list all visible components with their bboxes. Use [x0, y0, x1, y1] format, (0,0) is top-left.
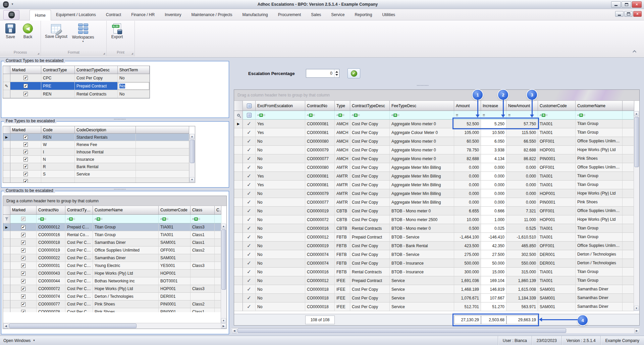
table-row[interactable]: ✓NoCO0000016FBTBRental ContractsBTOB - I…	[234, 268, 634, 276]
scroll-up-icon[interactable]: ▲	[190, 134, 195, 139]
scroll-left-icon[interactable]: ◀	[3, 324, 8, 329]
checkbox[interactable]: ✔	[21, 233, 25, 237]
checkbox[interactable]: ✔	[21, 248, 25, 253]
table-row[interactable]: ▶✓YesCO0000081AMCHCost Per CopyAggregate…	[234, 120, 634, 128]
text-filter-icon[interactable]: ABC	[577, 114, 585, 117]
column-header-contracttype[interactable]: ContractType	[41, 66, 75, 74]
text-filter-icon[interactable]: ABC	[192, 217, 200, 221]
checkbox[interactable]: ✔	[21, 287, 25, 291]
tab-contract[interactable]: Contract	[101, 9, 126, 20]
scrollbar-thumb[interactable]	[190, 140, 195, 163]
checkbox[interactable]: ✓	[247, 121, 251, 127]
text-filter-icon[interactable]: ABC	[160, 217, 168, 221]
text-filter-icon[interactable]: ABC	[307, 114, 315, 117]
scrollbar-thumb[interactable]	[221, 229, 226, 290]
checkbox-column-icon[interactable]	[247, 104, 252, 108]
table-row[interactable]: ✔CO0000043Cost Per CopyHope Works (Pty) …	[3, 270, 221, 277]
table-row[interactable]: ✔CO0000019Cost Per CopyOffice Supplies U…	[3, 247, 221, 254]
table-row[interactable]: ✓YesCO0000081AMTRCost Per CopyAggregate …	[234, 181, 634, 189]
checkbox[interactable]: ✔	[21, 225, 25, 229]
text-filter-icon[interactable]: ABC	[257, 114, 265, 117]
checkbox[interactable]: ✓	[247, 156, 251, 161]
table-row[interactable]: ✓NoCO0000019CBTBCost Per CopyBTOB - Mono…	[234, 207, 634, 215]
table-row[interactable]: ▶✔CO0000012Prepaid ContractTitan GroupTI…	[3, 223, 221, 231]
filter-cell[interactable]: ABC	[538, 111, 576, 120]
checkbox[interactable]: ✔	[23, 179, 28, 183]
table-row[interactable]: ✔CPCCost Per CopyNo	[3, 74, 150, 82]
checkbox[interactable]: ✔	[23, 172, 28, 176]
save-button[interactable]: Save	[3, 22, 18, 40]
checkbox[interactable]: ✓	[247, 243, 251, 249]
checkbox[interactable]: ✔	[21, 279, 25, 283]
vertical-scrollbar[interactable]: ▲▼	[634, 111, 639, 311]
scrollbar-thumb[interactable]	[9, 324, 137, 328]
column-header-cat[interactable]: Cat	[215, 206, 221, 215]
table-row[interactable]: ✔RENRental ContractsNo	[3, 90, 150, 98]
scroll-down-icon[interactable]: ▼	[190, 177, 195, 182]
table-row[interactable]: ✎✔PREPrepaid ContractNo	[3, 82, 150, 90]
table-row[interactable]: ✓NoCO0000079AMCHCost Per CopyAggregate M…	[234, 146, 634, 154]
column-header-exclfromescalation[interactable]: ExclFromEscalation	[256, 101, 305, 111]
text-filter-icon[interactable]: ABC	[67, 217, 75, 221]
equals-filter-icon[interactable]: =	[508, 113, 511, 118]
scrollbar-thumb[interactable]	[237, 328, 566, 333]
splitter-grip[interactable]	[114, 119, 125, 120]
text-filter-icon[interactable]: ABC	[95, 217, 103, 221]
filter-cell[interactable]: ABC	[65, 215, 93, 223]
checkbox[interactable]: ✔	[21, 240, 25, 245]
save-layout-button[interactable]: Save Layout	[44, 22, 69, 40]
filter-cell[interactable]: ABC	[93, 215, 159, 223]
splitter-grip[interactable]	[417, 85, 428, 86]
tab-reporting[interactable]: Reporting	[350, 9, 377, 20]
tab-utilities[interactable]: Utilities	[377, 9, 400, 20]
checkbox[interactable]: ✔	[23, 150, 28, 154]
table-row[interactable]: ✓NoCO0000016CBTBRental ContractsBTOB - M…	[234, 224, 634, 233]
column-header-contracttype[interactable]: ContractType	[65, 206, 93, 215]
scroll-up-icon[interactable]: ▲	[221, 224, 226, 229]
shortterm-cell[interactable]: No	[118, 82, 150, 90]
scroll-up-icon[interactable]: ▲	[634, 111, 639, 116]
table-row[interactable]: ✔NInsurance	[3, 156, 189, 163]
tab-equipment-locations[interactable]: Equipment / Locations	[51, 9, 101, 20]
apply-escalation-button[interactable]: ✓	[347, 68, 360, 78]
checkbox[interactable]: ✔	[21, 302, 25, 306]
column-header-contracttypedesc[interactable]: ContractTypeDesc	[350, 101, 390, 111]
escalation-percentage-spinner[interactable]: 0	[306, 69, 339, 78]
checkbox[interactable]: ✔	[23, 157, 28, 161]
checkbox[interactable]: ✔	[21, 256, 25, 260]
tab-manufacturing[interactable]: Manufacturing	[237, 9, 273, 20]
table-row[interactable]: ✔RBank Rental	[3, 163, 189, 170]
table-row[interactable]: ✔SService	[3, 170, 189, 178]
mdi-close-button[interactable]: ×	[633, 11, 642, 17]
filter-cell[interactable]: ABC	[159, 215, 191, 223]
column-header-type[interactable]: Type	[335, 101, 350, 111]
horizontal-scrollbar[interactable]: ◀ ▶	[231, 328, 640, 333]
table-row[interactable]: ✓NoCO0000074FBTBCost Per CopyBTOB - Serv…	[234, 250, 634, 259]
checkbox[interactable]: ✔	[21, 264, 25, 268]
quick-access-dropdown-icon[interactable]: ▼	[11, 3, 14, 6]
table-row[interactable]: ✔CO0000078Cost Per CopyPink ShoesPIN0001…	[3, 308, 221, 312]
text-filter-icon[interactable]: ABC	[38, 217, 46, 221]
mdi-minimize-button[interactable]	[615, 11, 624, 17]
restore-button[interactable]	[622, 1, 631, 8]
checkbox[interactable]: ✓	[247, 234, 251, 240]
column-header-contractno[interactable]: ContractNo	[37, 206, 65, 215]
column-header-customername[interactable]: CustomerName	[93, 206, 159, 215]
filter-cell[interactable]: ABC	[350, 111, 390, 120]
column-header-contractno[interactable]: ContractNo	[305, 101, 335, 111]
dialog-launcher-icon[interactable]: ◢	[38, 52, 39, 55]
column-header-marked[interactable]: Marked	[10, 66, 41, 74]
checkbox[interactable]: ✓	[247, 269, 251, 275]
text-filter-icon[interactable]: ABC	[352, 114, 360, 117]
application-menu-button[interactable]	[3, 10, 19, 20]
checkbox[interactable]: ✔	[23, 142, 28, 147]
filter-cell[interactable]: ABC	[191, 215, 215, 223]
filter-cell[interactable]	[623, 111, 634, 120]
open-windows-menu[interactable]: Open Windows ▼	[0, 338, 35, 343]
table-row[interactable]: ✓NoCO0000018IFEECost Per CopyService512.…	[234, 302, 634, 311]
splitter-grip[interactable]	[114, 189, 125, 190]
table-row[interactable]: ✔CO0000074Cost Per CopyDerton / Technolo…	[3, 293, 221, 300]
column-header-newamount[interactable]: NewAmount	[506, 101, 538, 111]
checkbox[interactable]: ✔	[23, 92, 28, 96]
checkbox[interactable]: ✓	[247, 252, 251, 257]
